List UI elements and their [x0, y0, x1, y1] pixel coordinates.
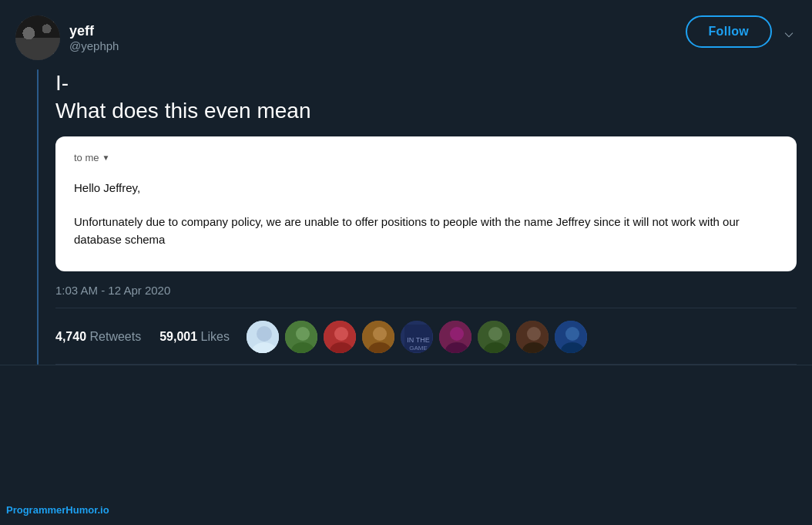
dropdown-arrow-icon: ▼: [102, 153, 110, 162]
tweet-line2: What does this even mean: [55, 97, 797, 125]
liker-avatar-8[interactable]: [515, 319, 550, 355]
email-greeting: Hello Jeffrey,: [74, 179, 778, 197]
svg-point-23: [450, 327, 464, 341]
tweet-header: THE WRITER'S STORE yeff @yephph Follow ⌵: [15, 15, 797, 60]
tweet-line1: I-: [55, 69, 797, 97]
header-right: Follow ⌵: [686, 15, 797, 48]
follow-button[interactable]: Follow: [686, 15, 772, 48]
chevron-down-icon[interactable]: ⌵: [781, 19, 797, 44]
stats-text: 4,740 Retweets 59,001 Likes: [55, 330, 230, 344]
handle: @yephph: [69, 39, 119, 52]
liker-avatar-4[interactable]: [361, 319, 396, 355]
thread-line: [37, 69, 39, 365]
svg-rect-4: [52, 22, 54, 42]
svg-point-32: [565, 327, 579, 341]
liker-avatar-3[interactable]: [322, 319, 357, 355]
liker-avatar-5[interactable]: IN THE GAME: [399, 319, 435, 355]
likes-label: Likes: [201, 330, 230, 343]
liker-avatar-7[interactable]: [476, 319, 512, 355]
svg-point-10: [296, 327, 310, 341]
avatar[interactable]: THE WRITER'S STORE: [15, 15, 60, 60]
svg-text:THE WRITER'S STORE: THE WRITER'S STORE: [15, 49, 60, 55]
timestamp: 1:03 AM - 12 Apr 2020: [55, 284, 797, 308]
email-card: to me ▼ Hello Jeffrey, Unfortunately due…: [55, 136, 797, 272]
watermark: ProgrammerHumor.io: [0, 501, 116, 519]
email-to-label: to me: [74, 152, 99, 163]
liker-avatar-9[interactable]: [553, 319, 589, 355]
user-info: THE WRITER'S STORE yeff @yephph: [15, 15, 119, 60]
svg-point-26: [488, 327, 502, 341]
email-body: Hello Jeffrey, Unfortunately due to comp…: [74, 179, 778, 249]
email-message: Unfortunately due to company policy, we …: [74, 213, 778, 249]
watermark-text: ProgrammerHumor.io: [6, 504, 109, 516]
likes-count: 59,001: [159, 330, 197, 343]
svg-rect-1: [22, 22, 37, 42]
likers-avatars: IN THE GAME: [245, 319, 589, 355]
svg-point-29: [527, 327, 541, 341]
liker-avatar-2[interactable]: [284, 319, 319, 355]
tweet-body-wrapper: I- What does this even mean to me ▼ Hell…: [15, 69, 797, 365]
svg-rect-0: [15, 15, 60, 60]
stats-row: 4,740 Retweets 59,001 Likes: [55, 319, 797, 365]
retweets-count: 4,740: [55, 330, 86, 343]
user-names: yeff @yephph: [69, 23, 119, 52]
svg-point-13: [334, 327, 348, 341]
likes-stat[interactable]: 59,001 Likes: [159, 330, 230, 344]
retweets-label: Retweets: [90, 330, 142, 343]
svg-point-16: [373, 327, 387, 341]
svg-rect-2: [22, 22, 23, 42]
tweet-container: THE WRITER'S STORE yeff @yephph Follow ⌵…: [0, 0, 812, 365]
tweet-text: I- What does this even mean: [55, 69, 797, 126]
svg-text:GAME: GAME: [409, 345, 428, 352]
liker-avatar-6[interactable]: [438, 319, 473, 355]
svg-rect-3: [39, 22, 54, 42]
liker-avatar-1[interactable]: [245, 319, 280, 355]
retweets-stat[interactable]: 4,740 Retweets: [55, 330, 141, 344]
email-to: to me ▼: [74, 152, 778, 163]
svg-point-7: [257, 326, 272, 342]
display-name: yeff: [69, 23, 119, 39]
tweet-content: I- What does this even mean to me ▼ Hell…: [48, 69, 797, 365]
svg-text:IN THE: IN THE: [407, 336, 429, 344]
